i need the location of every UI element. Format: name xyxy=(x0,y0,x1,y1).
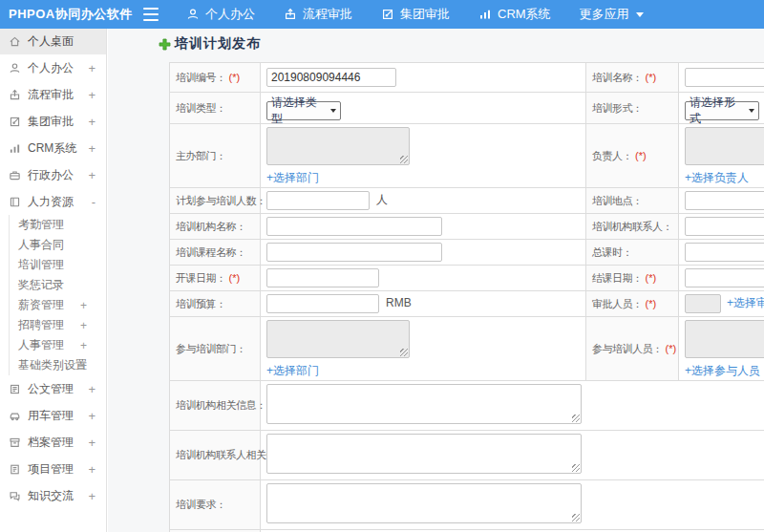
sidebar-subitem-recruit-mgmt[interactable]: 招聘管理+ xyxy=(10,315,106,335)
training-org-name-cell xyxy=(261,214,586,240)
training-number-input[interactable] xyxy=(266,68,396,87)
sidebar-subitem-personnel-mgmt[interactable]: 人事管理+ xyxy=(10,335,106,355)
sidebar-subitem-label: 薪资管理 xyxy=(18,297,64,313)
sidebar-subitem-salary-mgmt[interactable]: 薪资管理+ xyxy=(10,295,106,315)
training-type-select[interactable]: 请选择类型 xyxy=(266,101,341,120)
select-department-link[interactable]: +选择部门 xyxy=(266,364,580,377)
planned-participants-input[interactable] xyxy=(266,191,370,210)
sidebar-subitem-label: 培训管理 xyxy=(18,257,64,273)
sidebar-item-project-mgmt[interactable]: 项目管理+ xyxy=(0,456,106,482)
expand-toggle-icon[interactable]: + xyxy=(80,339,87,352)
total-class-hours-input[interactable] xyxy=(685,243,764,262)
leader-textarea[interactable] xyxy=(685,127,764,165)
sidebar-subitem-attendance-mgmt[interactable]: 考勤管理 xyxy=(10,215,106,235)
admin-office-icon xyxy=(9,169,21,181)
selected-option: 请选择类型 xyxy=(271,95,327,127)
expand-toggle-icon[interactable]: + xyxy=(88,382,96,396)
expand-toggle-icon[interactable]: + xyxy=(88,489,96,503)
participating-people-textarea[interactable] xyxy=(685,320,764,358)
add-icon xyxy=(159,38,171,51)
training-location-input[interactable] xyxy=(685,191,764,210)
select-participants-link[interactable]: +选择参与人员 xyxy=(685,364,764,377)
training-budget-cell: RMB xyxy=(261,291,586,317)
expand-toggle-icon[interactable]: + xyxy=(88,436,96,450)
sidebar-item-group-approval[interactable]: 集团审批+ xyxy=(0,108,106,135)
approver-input[interactable] xyxy=(685,294,721,313)
select-department-link[interactable]: +选择部门 xyxy=(266,171,580,184)
sidebar-item-personal-desktop[interactable]: 个人桌面 xyxy=(0,29,106,54)
topnav-item-crm-system[interactable]: CRM系统 xyxy=(464,0,565,29)
menu-toggle-icon[interactable] xyxy=(143,8,159,21)
topnav-label: 更多应用 xyxy=(580,6,629,23)
sidebar-subitem-label: 基础类别设置 xyxy=(18,357,87,373)
sidebar-item-vehicle-mgmt[interactable]: 用车管理+ xyxy=(0,402,106,429)
sidebar-item-label: 用车管理 xyxy=(28,408,74,424)
field-label: 培训预算： xyxy=(176,298,226,309)
training-location-label: 培训地点： xyxy=(586,188,679,214)
textarea-wrap xyxy=(266,127,410,165)
sidebar-subitem-hr-contract[interactable]: 人事合同 xyxy=(10,235,106,255)
field-label: 结课日期： xyxy=(592,272,643,284)
expand-toggle-icon[interactable]: + xyxy=(88,141,96,156)
start-date-input[interactable] xyxy=(266,268,379,287)
training-org-contact-info-textarea[interactable] xyxy=(266,434,582,474)
planned-participants-unit: 人 xyxy=(376,193,388,206)
select-leader-link[interactable]: +选择负责人 xyxy=(685,171,764,184)
training-course-name-input[interactable] xyxy=(266,243,442,262)
training-org-info-textarea[interactable] xyxy=(266,384,582,424)
sidebar-item-crm-system[interactable]: CRM系统+ xyxy=(0,135,106,161)
document-mgmt-icon xyxy=(9,383,21,395)
expand-toggle-icon[interactable]: + xyxy=(88,115,96,129)
training-org-contact-info-label: 培训机构联系人相关信息： xyxy=(170,431,261,480)
page-title: 培训计划发布 xyxy=(175,35,261,53)
expand-toggle-icon[interactable]: + xyxy=(80,299,87,312)
expand-toggle-icon[interactable]: + xyxy=(88,462,96,477)
end-date-input[interactable] xyxy=(685,268,764,287)
training-org-contact-input[interactable] xyxy=(685,217,764,236)
training-requirements-textarea[interactable] xyxy=(266,483,582,523)
sidebar-item-personal-office[interactable]: 个人办公+ xyxy=(0,54,106,81)
form-row-training-course-name: 培训课程名称：总课时： xyxy=(170,240,764,266)
sidebar-item-document-mgmt[interactable]: 公文管理+ xyxy=(0,375,106,402)
sidebar-submenu: 考勤管理人事合同培训管理奖惩记录薪资管理+招聘管理+人事管理+基础类别设置+ xyxy=(9,215,106,375)
form-row-training-requirements: 培训要求： xyxy=(170,480,764,530)
field-label: 参与培训人员： xyxy=(592,343,663,354)
group-approval-icon xyxy=(9,116,21,128)
form-row-host-department: 主办部门：+选择部门负责人：(*)+选择负责人 xyxy=(170,124,764,188)
sidebar-subitem-training-mgmt[interactable]: 培训管理 xyxy=(10,255,106,275)
expand-toggle-icon[interactable]: + xyxy=(88,168,96,182)
training-org-name-input[interactable] xyxy=(266,217,442,236)
topnav-item-group-approval[interactable]: 集团审批 xyxy=(367,0,464,29)
expand-toggle-icon[interactable]: - xyxy=(92,195,96,209)
sidebar-item-label: 人力资源 xyxy=(28,194,74,210)
sidebar-item-admin-office[interactable]: 行政办公+ xyxy=(0,161,106,188)
host-department-textarea[interactable] xyxy=(266,127,410,165)
field-label: 参与培训部门： xyxy=(176,343,246,354)
training-name-label: 培训名称：(*) xyxy=(586,63,679,93)
expand-toggle-icon[interactable]: + xyxy=(80,319,87,332)
training-location-cell xyxy=(679,188,764,214)
expand-toggle-icon[interactable]: + xyxy=(88,409,96,423)
participating-departments-textarea[interactable] xyxy=(266,320,410,358)
select-approver-link[interactable]: +选择审批人员 xyxy=(727,296,764,309)
field-label: 培训编号： xyxy=(176,72,226,83)
training-org-contact-info-cell xyxy=(261,431,764,480)
training-form-select[interactable]: 请选择形式 xyxy=(685,101,759,120)
topnav-item-personal-office[interactable]: 个人办公 xyxy=(172,0,269,29)
form-row-participating-departments: 参与培训部门：+选择部门参与培训人员：(*)+选择参与人员 xyxy=(170,317,764,381)
training-name-input[interactable] xyxy=(685,68,764,87)
topnav-item-process-approval[interactable]: 流程审批 xyxy=(269,0,367,29)
expand-toggle-icon[interactable]: + xyxy=(88,61,96,75)
expand-toggle-icon[interactable]: + xyxy=(88,88,96,102)
approver-cell: +选择审批人员 xyxy=(679,291,764,317)
sidebar-subitem-base-category-setting[interactable]: 基础类别设置+ xyxy=(10,355,106,375)
training-budget-input[interactable] xyxy=(266,294,379,313)
sidebar-item-process-approval[interactable]: 流程审批+ xyxy=(0,81,106,108)
topnav-item-more-apps[interactable]: 更多应用 xyxy=(565,0,658,29)
topnav-label: 流程审批 xyxy=(303,6,352,23)
sidebar-item-archive-mgmt[interactable]: 档案管理+ xyxy=(0,429,106,456)
sidebar-subitem-reward-punish-record[interactable]: 奖惩记录 xyxy=(10,275,106,295)
sidebar-item-human-resources[interactable]: 人力资源- xyxy=(0,188,106,215)
expand-toggle-icon[interactable]: + xyxy=(80,359,87,372)
sidebar-item-knowledge-exchange[interactable]: 知识交流+ xyxy=(0,482,106,509)
